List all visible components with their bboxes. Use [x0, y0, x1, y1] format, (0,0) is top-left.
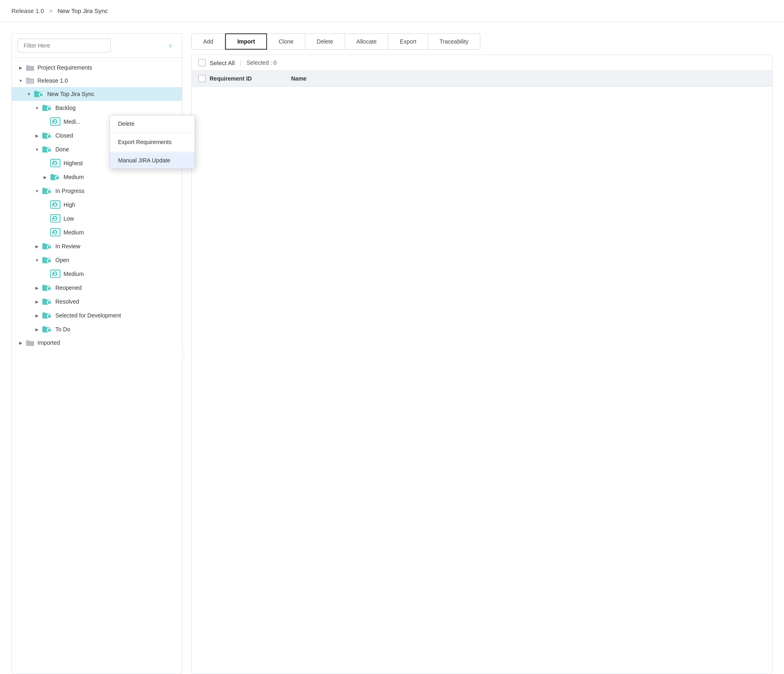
content-area: AddImportCloneDeleteAllocateExportTracea… — [191, 33, 773, 674]
tree-item-to-do[interactable]: ▶ To Do — [12, 322, 182, 336]
filter-icon: ▿ — [169, 42, 172, 50]
breadcrumb: Release 1.0 > New Top Jira Sync — [0, 0, 784, 22]
tree-item-resolved[interactable]: ▶ Resolved — [12, 295, 182, 309]
select-all-checkbox[interactable] — [198, 59, 206, 66]
tree-icon-release-1 — [26, 77, 35, 84]
tree-label-imported: Imported — [37, 339, 60, 346]
context-menu: DeleteExport RequirementsManual JIRA Upd… — [109, 115, 195, 169]
tree-label-in-progress-high: High — [64, 201, 75, 208]
toolbar-btn-delete[interactable]: Delete — [305, 33, 345, 50]
svg-rect-10 — [50, 229, 60, 236]
tree-item-selected-dev[interactable]: ▶ Selected for Development — [12, 309, 182, 322]
tree-item-project-req[interactable]: ▶ Project Requirements — [12, 61, 182, 74]
tree-toggle-in-progress[interactable]: ▼ — [34, 188, 40, 194]
breadcrumb-root[interactable]: Release 1.0 — [11, 7, 44, 14]
tree-item-reopened[interactable]: ▶ Reopened — [12, 281, 182, 295]
tree-item-open[interactable]: ▼ Open — [12, 253, 182, 267]
tree-item-in-progress[interactable]: ▼ In Progress — [12, 184, 182, 198]
tree-item-open-medium[interactable]: Medium — [12, 267, 182, 281]
tree-toggle-backlog[interactable]: ▼ — [34, 105, 40, 111]
tree-toggle-project-req[interactable]: ▶ — [18, 64, 24, 71]
selected-count: Selected : 0 — [247, 59, 277, 66]
col-requirement-id: Requirement ID — [210, 75, 291, 82]
toolbar-btn-export[interactable]: Export — [388, 33, 428, 50]
tree-icon-new-top-jira — [34, 90, 44, 98]
context-menu-item-1[interactable]: Export Requirements — [110, 134, 195, 150]
filter-bar: ▿ — [12, 34, 182, 58]
tree-icon-done-highest — [50, 159, 61, 167]
tree-item-in-review[interactable]: ▶ In Review — [12, 239, 182, 253]
tree-label-selected-dev: Selected for Development — [55, 312, 121, 319]
tree-toggle-resolved[interactable]: ▶ — [34, 298, 40, 305]
tree-icon-done — [42, 145, 53, 153]
main-area: ▿ ▶ Project Requirements▼ Release 1.0▼ N… — [0, 22, 784, 674]
tree-toggle-to-do[interactable]: ▶ — [34, 326, 40, 333]
tree-item-in-progress-medium[interactable]: Medium — [12, 225, 182, 239]
svg-rect-5 — [50, 160, 60, 167]
tree-toggle-imported[interactable]: ▶ — [18, 339, 24, 346]
tree-icon-closed — [42, 131, 53, 140]
tree-icon-imported — [26, 339, 35, 346]
col-name: Name — [291, 75, 307, 82]
tree-icon-selected-dev — [42, 311, 53, 319]
tree-label-new-top-jira: New Top Jira Sync — [47, 91, 94, 97]
tree-icon-open-medium — [50, 270, 61, 278]
toolbar-btn-import[interactable]: Import — [225, 33, 267, 50]
tree-icon-backlog-medium — [50, 118, 61, 126]
tree-label-in-progress-low: Low — [64, 215, 74, 222]
table-area: Select All Selected : 0 Requirement ID N… — [191, 55, 773, 674]
toolbar-btn-clone[interactable]: Clone — [267, 33, 305, 50]
tree-label-done-highest: Highest — [64, 160, 83, 166]
table-top-bar: Select All Selected : 0 — [192, 55, 772, 71]
context-menu-item-2[interactable]: Manual JIRA Update — [110, 152, 195, 168]
toolbar: AddImportCloneDeleteAllocateExportTracea… — [191, 33, 773, 50]
tree-label-project-req: Project Requirements — [37, 64, 92, 71]
select-all-label[interactable]: Select All — [210, 59, 241, 66]
tree-item-backlog[interactable]: ▼ Backlog — [12, 101, 182, 115]
tree-label-open: Open — [55, 257, 69, 263]
filter-input[interactable] — [18, 39, 111, 53]
tree-label-in-review: In Review — [55, 243, 80, 249]
tree-icon-project-req — [26, 64, 35, 71]
breadcrumb-current: New Top Jira Sync — [57, 7, 108, 14]
context-menu-divider-1 — [110, 151, 195, 151]
tree-label-in-progress-medium: Medium — [64, 229, 84, 236]
tree-toggle-release-1[interactable]: ▼ — [18, 77, 24, 84]
tree-toggle-open[interactable]: ▼ — [34, 257, 40, 263]
tree-toggle-selected-dev[interactable]: ▶ — [34, 312, 40, 319]
toolbar-btn-add[interactable]: Add — [191, 33, 225, 50]
context-menu-divider-0 — [110, 133, 195, 133]
tree-item-in-progress-high[interactable]: High — [12, 198, 182, 212]
tree-item-release-1[interactable]: ▼ Release 1.0 — [12, 74, 182, 87]
table-header: Requirement ID Name — [192, 71, 772, 87]
tree-item-in-progress-low[interactable]: Low — [12, 212, 182, 225]
tree-icon-backlog — [42, 104, 53, 112]
tree-toggle-done[interactable]: ▼ — [34, 146, 40, 153]
tree-label-done: Done — [55, 146, 69, 153]
tree-label-open-medium: Medium — [64, 271, 84, 277]
tree-label-reopened: Reopened — [55, 284, 82, 291]
header-checkbox[interactable] — [198, 75, 206, 82]
tree-icon-in-progress-high — [50, 201, 61, 209]
toolbar-btn-allocate[interactable]: Allocate — [345, 33, 389, 50]
context-menu-item-0[interactable]: Delete — [110, 116, 195, 132]
tree-toggle-new-top-jira[interactable]: ▼ — [26, 91, 32, 97]
tree-icon-in-progress-low — [50, 214, 61, 223]
tree-item-new-top-jira[interactable]: ▼ New Top Jira Sync — [12, 87, 182, 101]
tree-item-done-medium[interactable]: ▶ Medium — [12, 170, 182, 184]
toolbar-btn-traceability[interactable]: Traceability — [428, 33, 480, 50]
tree-label-in-progress: In Progress — [55, 188, 85, 194]
tree: ▶ Project Requirements▼ Release 1.0▼ New… — [12, 58, 182, 352]
tree-toggle-in-review[interactable]: ▶ — [34, 243, 40, 249]
tree-item-imported[interactable]: ▶ Imported — [12, 336, 182, 349]
tree-icon-done-medium — [50, 173, 61, 181]
svg-rect-8 — [50, 201, 60, 209]
tree-toggle-reopened[interactable]: ▶ — [34, 284, 40, 291]
tree-toggle-closed[interactable]: ▶ — [34, 132, 40, 139]
tree-icon-reopened — [42, 284, 53, 292]
tree-icon-to-do — [42, 325, 53, 333]
tree-label-closed: Closed — [55, 132, 73, 139]
tree-toggle-done-medium[interactable]: ▶ — [42, 174, 48, 180]
tree-label-done-medium: Medium — [64, 174, 84, 180]
breadcrumb-separator: > — [49, 7, 53, 14]
